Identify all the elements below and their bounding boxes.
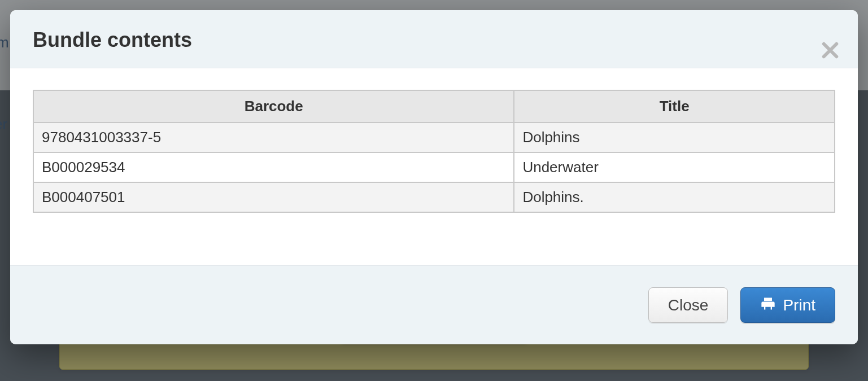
- modal-footer: Close Print: [10, 265, 858, 344]
- print-button[interactable]: Print: [740, 287, 835, 323]
- bundle-contents-modal: Bundle contents Barcode Title 9780431003…: [10, 10, 858, 344]
- table-row: 9780431003337-5 Dolphins: [33, 122, 835, 152]
- modal-title: Bundle contents: [33, 28, 835, 52]
- table-row: B000029534 Underwater: [33, 152, 835, 182]
- modal-header: Bundle contents: [10, 10, 858, 68]
- bundle-contents-table: Barcode Title 9780431003337-5 Dolphins B…: [33, 90, 835, 213]
- close-button[interactable]: Close: [648, 287, 729, 323]
- cell-barcode: 9780431003337-5: [33, 122, 514, 152]
- cell-barcode: B000029534: [33, 152, 514, 182]
- col-header-barcode: Barcode: [33, 90, 514, 122]
- cell-barcode: B000407501: [33, 182, 514, 212]
- print-button-label: Print: [783, 297, 815, 313]
- close-icon[interactable]: [822, 42, 839, 59]
- cell-title: Underwater: [514, 152, 835, 182]
- table-header-row: Barcode Title: [33, 90, 835, 122]
- table-row: B000407501 Dolphins.: [33, 182, 835, 212]
- modal-body: Barcode Title 9780431003337-5 Dolphins B…: [10, 68, 858, 265]
- print-icon: [760, 296, 776, 314]
- cell-title: Dolphins: [514, 122, 835, 152]
- col-header-title: Title: [514, 90, 835, 122]
- close-button-label: Close: [668, 297, 709, 313]
- cell-title: Dolphins.: [514, 182, 835, 212]
